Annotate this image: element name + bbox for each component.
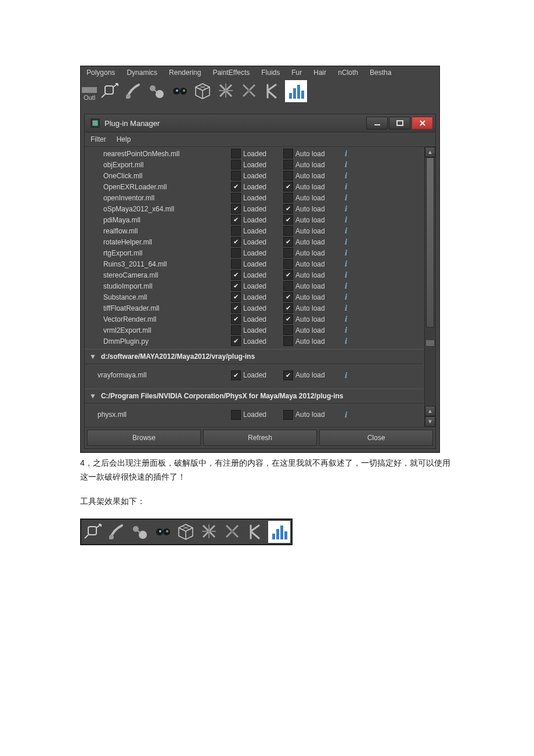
close-button[interactable]: Close (319, 430, 433, 446)
shelf-tab-fur[interactable]: Fur (286, 66, 308, 78)
loaded-checkbox[interactable]: ✔ (231, 314, 241, 324)
brush-icon[interactable] (106, 521, 128, 543)
loaded-checkbox[interactable]: ✔ (231, 370, 241, 380)
balls-icon[interactable] (129, 521, 151, 543)
loaded-checkbox[interactable]: ✔ (231, 281, 241, 291)
autoload-checkbox[interactable]: ✔ (283, 215, 293, 225)
browse-button[interactable]: Browse (87, 430, 201, 446)
menu-help[interactable]: Help (117, 135, 131, 143)
scrollbar-thumb[interactable] (426, 157, 434, 327)
eyes-icon[interactable] (152, 521, 174, 543)
autoload-checkbox[interactable] (283, 149, 293, 159)
eyes-icon[interactable] (169, 80, 191, 102)
info-icon[interactable]: i (341, 171, 351, 181)
autoload-checkbox[interactable] (283, 325, 293, 335)
window-titlebar[interactable]: Plug-in Manager (85, 114, 435, 132)
info-icon[interactable]: i (341, 325, 351, 335)
autoload-checkbox[interactable] (283, 226, 293, 236)
loaded-checkbox[interactable] (231, 325, 241, 335)
loaded-checkbox[interactable]: ✔ (231, 336, 241, 346)
autoload-checkbox[interactable]: ✔ (283, 370, 293, 380)
autoload-checkbox[interactable]: ✔ (283, 270, 293, 280)
loaded-checkbox[interactable]: ✔ (231, 215, 241, 225)
info-icon[interactable]: i (341, 281, 351, 291)
loaded-checkbox[interactable] (231, 160, 241, 170)
cross-a-icon[interactable] (199, 521, 221, 543)
info-icon[interactable]: i (341, 370, 351, 380)
autoload-checkbox[interactable]: ✔ (283, 182, 293, 192)
window-close-button[interactable] (412, 117, 433, 129)
autoload-checkbox[interactable] (283, 281, 293, 291)
shelf-tab-fluids[interactable]: Fluids (255, 66, 286, 78)
loaded-checkbox[interactable] (231, 149, 241, 159)
autoload-checkbox[interactable] (283, 160, 293, 170)
plugin-section-header[interactable]: ▼d:/software/MAYA2012/Maya2012/vray/plug… (85, 349, 423, 364)
info-icon[interactable]: i (341, 193, 351, 203)
k-icon[interactable] (245, 521, 267, 543)
shelf-tab-ncloth[interactable]: nCloth (332, 66, 364, 78)
info-icon[interactable]: i (341, 410, 351, 420)
shelf-tab-dynamics[interactable]: Dynamics (121, 66, 163, 78)
info-icon[interactable]: i (341, 336, 351, 346)
loaded-checkbox[interactable] (231, 410, 241, 420)
wireframe-cube-icon[interactable] (175, 521, 197, 543)
loaded-checkbox[interactable]: ✔ (231, 292, 241, 302)
loaded-checkbox[interactable]: ✔ (231, 182, 241, 192)
autoload-checkbox[interactable] (283, 336, 293, 346)
menu-filter[interactable]: Filter (91, 135, 106, 143)
cross-a-icon[interactable] (215, 80, 237, 102)
shelf-tab-rendering[interactable]: Rendering (163, 66, 207, 78)
info-icon[interactable]: i (341, 270, 351, 280)
brush-icon[interactable] (122, 80, 145, 102)
shelf-tab-painteffects[interactable]: PaintEffects (207, 66, 255, 78)
info-icon[interactable]: i (341, 237, 351, 247)
shelf-tab-polygons[interactable]: Polygons (81, 66, 121, 78)
transform-icon[interactable] (82, 521, 104, 543)
info-icon[interactable]: i (341, 204, 351, 214)
loaded-checkbox[interactable]: ✔ (231, 237, 241, 247)
window-minimize-button[interactable] (366, 117, 388, 129)
info-icon[interactable]: i (341, 215, 351, 225)
autoload-checkbox[interactable] (283, 171, 293, 181)
info-icon[interactable]: i (341, 314, 351, 324)
scrollbar-down-button[interactable]: ▼ (425, 416, 435, 427)
loaded-checkbox[interactable]: ✔ (231, 204, 241, 214)
info-icon[interactable]: i (341, 226, 351, 236)
bars-icon[interactable] (268, 521, 290, 543)
transform-icon[interactable] (99, 80, 121, 102)
loaded-checkbox[interactable]: ✔ (231, 270, 241, 280)
window-maximize-button[interactable] (389, 117, 410, 129)
info-icon[interactable]: i (341, 160, 351, 170)
info-icon[interactable]: i (341, 292, 351, 302)
info-icon[interactable]: i (341, 248, 351, 258)
info-icon[interactable]: i (341, 182, 351, 192)
autoload-checkbox[interactable]: ✔ (283, 292, 293, 302)
info-icon[interactable]: i (341, 303, 351, 313)
cross-b-icon[interactable] (239, 80, 261, 102)
autoload-checkbox[interactable]: ✔ (283, 314, 293, 324)
shelf-tab-hair[interactable]: Hair (308, 66, 332, 78)
autoload-checkbox[interactable]: ✔ (283, 303, 293, 313)
autoload-checkbox[interactable] (283, 248, 293, 258)
loaded-checkbox[interactable] (231, 248, 241, 258)
plugin-section-header[interactable]: ▼C:/Program Files/NVIDIA Corporation/Phy… (85, 388, 423, 404)
scrollbar-up-button-2[interactable]: ▲ (425, 406, 435, 416)
scrollbar-track[interactable] (425, 157, 435, 406)
k-icon[interactable] (262, 80, 284, 102)
scrollbar[interactable]: ▲ ▲ ▼ (424, 147, 435, 427)
outliner-toggle[interactable]: Outl (82, 87, 98, 102)
scrollbar-up-button[interactable]: ▲ (425, 147, 435, 157)
wireframe-cube-icon[interactable] (192, 80, 214, 102)
loaded-checkbox[interactable] (231, 259, 241, 269)
loaded-checkbox[interactable]: ✔ (231, 303, 241, 313)
loaded-checkbox[interactable] (231, 226, 241, 236)
autoload-checkbox[interactable]: ✔ (283, 237, 293, 247)
balls-icon[interactable] (146, 80, 168, 102)
info-icon[interactable]: i (341, 149, 351, 159)
autoload-checkbox[interactable] (283, 193, 293, 203)
loaded-checkbox[interactable] (231, 171, 241, 181)
bars-icon[interactable] (285, 80, 307, 102)
autoload-checkbox[interactable]: ✔ (283, 204, 293, 214)
autoload-checkbox[interactable] (283, 410, 293, 420)
cross-b-icon[interactable] (222, 521, 244, 543)
